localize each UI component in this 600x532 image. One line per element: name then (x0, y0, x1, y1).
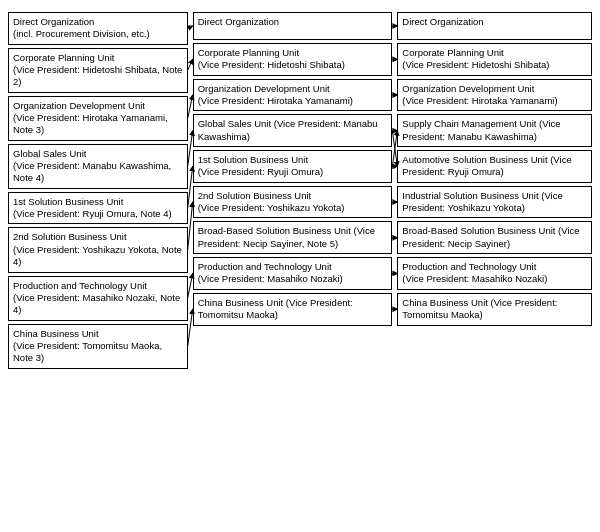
column-2: Direct OrganizationCorporate Planning Un… (193, 12, 393, 369)
col3-box-6: Broad-Based Solution Business Unit (Vice… (397, 221, 592, 254)
col3-box-4: Automotive Solution Business Unit (Vice … (397, 150, 592, 183)
col1-box-3: Global Sales Unit (Vice President: Manab… (8, 144, 188, 189)
col2-box-8: China Business Unit (Vice President: Tom… (193, 293, 393, 326)
col3-box-0: Direct Organization (397, 12, 592, 40)
col2-box-2: Organization Development Unit (Vice Pres… (193, 79, 393, 112)
col1-box-6: Production and Technology Unit (Vice Pre… (8, 276, 188, 321)
col3-box-2: Organization Development Unit (Vice Pres… (397, 79, 592, 112)
col3-box-3: Supply Chain Management Unit (Vice Presi… (397, 114, 592, 147)
column-3: Direct OrganizationCorporate Planning Un… (397, 12, 592, 369)
col3-box-7: Production and Technology Unit (Vice Pre… (397, 257, 592, 290)
column-1: Direct Organization (incl. Procurement D… (8, 12, 188, 369)
col3-box-1: Corporate Planning Unit (Vice President:… (397, 43, 592, 76)
col1-box-0: Direct Organization (incl. Procurement D… (8, 12, 188, 45)
main-container: Direct Organization (incl. Procurement D… (0, 0, 600, 532)
col1-box-5: 2nd Solution Business Unit (Vice Preside… (8, 227, 188, 272)
col1-box-4: 1st Solution Business Unit (Vice Preside… (8, 192, 188, 225)
cols-wrapper: Direct Organization (incl. Procurement D… (8, 12, 592, 369)
col2-box-0: Direct Organization (193, 12, 393, 40)
col2-box-4: 1st Solution Business Unit (Vice Preside… (193, 150, 393, 183)
col2-box-7: Production and Technology Unit (Vice Pre… (193, 257, 393, 290)
col1-box-1: Corporate Planning Unit (Vice President:… (8, 48, 188, 93)
col3-box-8: China Business Unit (Vice President: Tom… (397, 293, 592, 326)
col2-box-1: Corporate Planning Unit (Vice President:… (193, 43, 393, 76)
col2-box-3: Global Sales Unit (Vice President: Manab… (193, 114, 393, 147)
col3-box-5: Industrial Solution Business Unit (Vice … (397, 186, 592, 219)
col2-box-5: 2nd Solution Business Unit (Vice Preside… (193, 186, 393, 219)
col1-box-2: Organization Development Unit (Vice Pres… (8, 96, 188, 141)
col2-box-6: Broad-Based Solution Business Unit (Vice… (193, 221, 393, 254)
col1-box-7: China Business Unit (Vice President: Tom… (8, 324, 188, 369)
